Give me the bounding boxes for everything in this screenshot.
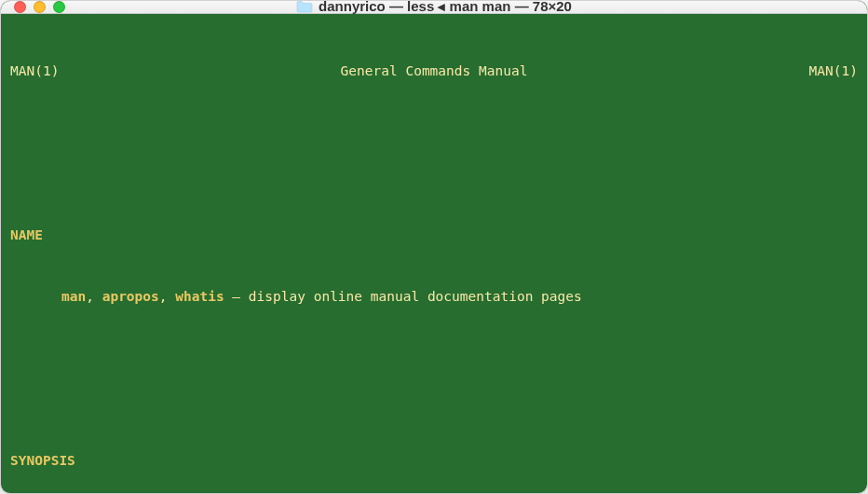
- section-name: NAME: [10, 225, 858, 245]
- header-right: MAN(1): [809, 61, 858, 81]
- manpage-header: MAN(1) General Commands Manual MAN(1): [10, 61, 858, 81]
- header-left: MAN(1): [10, 61, 59, 81]
- window-controls: [14, 1, 65, 13]
- section-synopsis: SYNOPSIS: [10, 450, 858, 471]
- terminal-window: dannyrico — less ◂ man man — 78×20 MAN(1…: [0, 0, 868, 494]
- name-line: man, apropos, whatis – display online ma…: [10, 286, 858, 307]
- window-title-wrap: dannyrico — less ◂ man man — 78×20: [296, 0, 572, 15]
- cmd-apropos: apropos: [102, 289, 159, 304]
- terminal-content[interactable]: MAN(1) General Commands Manual MAN(1) NA…: [1, 14, 867, 494]
- window-title: dannyrico — less ◂ man man — 78×20: [319, 0, 572, 15]
- cmd-whatis: whatis: [175, 289, 224, 304]
- close-button[interactable]: [14, 1, 26, 13]
- titlebar[interactable]: dannyrico — less ◂ man man — 78×20: [1, 1, 867, 14]
- folder-icon: [296, 0, 313, 13]
- maximize-button[interactable]: [53, 1, 65, 13]
- header-center: General Commands Manual: [341, 61, 528, 81]
- cmd-man: man: [61, 289, 86, 304]
- minimize-button[interactable]: [34, 1, 46, 13]
